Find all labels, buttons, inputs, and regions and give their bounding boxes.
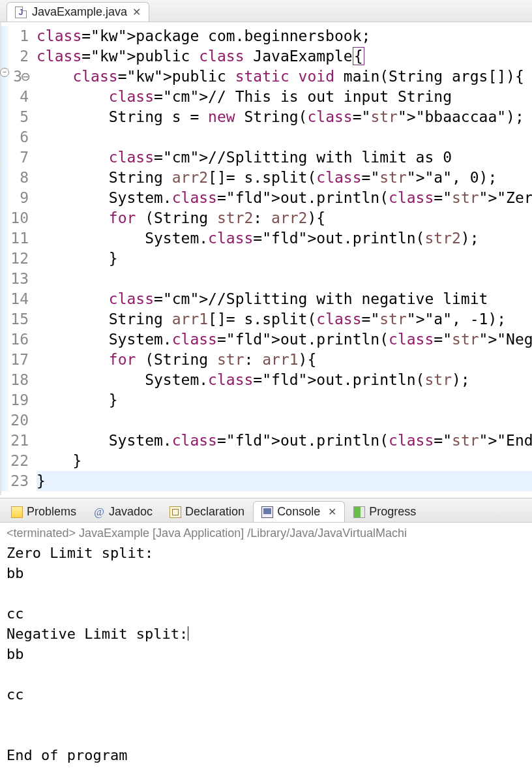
java-file-icon: J <box>15 7 27 18</box>
code-line[interactable]: for (String str2: arr2){ <box>37 208 532 228</box>
console-output[interactable]: Zero Limit split: bb cc Negative Limit s… <box>0 542 532 778</box>
code-line[interactable]: class="kw">package com.beginnersbook; <box>37 26 532 46</box>
code-line[interactable]: String arr2[]= s.split(class="str">"a", … <box>37 168 532 188</box>
close-icon[interactable]: ✕ <box>328 506 336 518</box>
code-line[interactable]: } <box>37 390 532 410</box>
code-line[interactable] <box>37 127 532 147</box>
line-number: 9 <box>1 188 29 208</box>
code-line[interactable]: class="kw">public class JavaExample{ <box>37 46 532 67</box>
bottom-panel-tabs: Problems @ Javadoc Declaration Console ✕… <box>0 498 532 523</box>
tab-console-label: Console <box>277 505 320 519</box>
tab-problems-label: Problems <box>27 505 76 519</box>
line-number: 11 <box>1 228 29 249</box>
code-line[interactable]: System.class="fld">out.println(str); <box>37 370 532 390</box>
tab-declaration[interactable]: Declaration <box>161 501 253 522</box>
code-line[interactable]: String s = new String(class="str">"bbaac… <box>37 107 532 127</box>
editor-tab-bar: J JavaExample.java ✕ <box>0 0 532 22</box>
line-number: 12 <box>1 249 29 269</box>
line-number: 7 <box>1 147 29 168</box>
line-number: 2 <box>1 46 29 67</box>
line-number: 16 <box>1 329 29 350</box>
line-number: 15 <box>1 309 29 329</box>
code-line[interactable] <box>37 410 532 431</box>
tab-progress[interactable]: Progress <box>345 501 424 522</box>
line-number: 6 <box>1 127 29 147</box>
line-number: 23 <box>1 471 29 491</box>
line-number: 3⊖ <box>1 67 29 87</box>
code-line[interactable]: for (String str: arr1){ <box>37 350 532 370</box>
console-icon <box>261 506 273 518</box>
tab-console[interactable]: Console ✕ <box>253 501 345 522</box>
line-number: 20 <box>1 410 29 431</box>
line-number: 10 <box>1 208 29 228</box>
code-line[interactable]: System.class="fld">out.println(class="st… <box>37 329 532 350</box>
code-line[interactable]: class="kw">public static void main(Strin… <box>37 67 532 87</box>
code-line[interactable]: class="cm">//Splitting with limit as 0 <box>37 147 532 168</box>
code-line[interactable]: System.class="fld">out.println(class="st… <box>37 188 532 208</box>
line-number: 18 <box>1 370 29 390</box>
line-number: 4 <box>1 87 29 107</box>
code-line[interactable]: } <box>37 471 532 491</box>
declaration-icon <box>170 506 181 518</box>
line-number: 21 <box>1 431 29 451</box>
code-area[interactable]: class="kw">package com.beginnersbook;cla… <box>34 22 532 495</box>
editor-tab-javaexample[interactable]: J JavaExample.java ✕ <box>7 2 149 22</box>
code-line[interactable]: System.class="fld">out.println(class="st… <box>37 431 532 451</box>
tab-javadoc-label: Javadoc <box>109 505 153 519</box>
line-number: 13 <box>1 269 29 289</box>
line-number: 14 <box>1 289 29 309</box>
javadoc-icon: @ <box>93 506 105 518</box>
tab-declaration-label: Declaration <box>185 505 244 519</box>
code-line[interactable]: } <box>37 249 532 269</box>
code-line[interactable]: class="cm">// This is out input String <box>37 87 532 107</box>
tab-progress-label: Progress <box>369 505 416 519</box>
line-number: 17 <box>1 350 29 370</box>
tab-javadoc[interactable]: @ Javadoc <box>85 501 161 522</box>
progress-icon <box>353 506 365 518</box>
code-line[interactable] <box>37 269 532 289</box>
code-line[interactable]: System.class="fld">out.println(str2); <box>37 228 532 249</box>
code-line[interactable]: String arr1[]= s.split(class="str">"a", … <box>37 309 532 329</box>
console-header: <terminated> JavaExample [Java Applicati… <box>0 523 532 542</box>
text-cursor <box>188 626 188 641</box>
code-line[interactable]: class="cm">//Splitting with negative lim… <box>37 289 532 309</box>
line-number: 22 <box>1 451 29 471</box>
code-line[interactable]: } <box>37 451 532 471</box>
line-number: 5 <box>1 107 29 127</box>
close-icon[interactable]: ✕ <box>132 6 141 18</box>
line-number: 8 <box>1 168 29 188</box>
code-editor[interactable]: − 123⊖4567891011121314151617181920212223… <box>0 22 532 495</box>
tab-problems[interactable]: Problems <box>3 501 85 522</box>
line-number-gutter: 123⊖4567891011121314151617181920212223 <box>1 22 34 495</box>
line-number: 19 <box>1 390 29 410</box>
editor-tab-filename: JavaExample.java <box>32 5 127 19</box>
line-number: 1 <box>1 26 29 46</box>
problems-icon <box>11 506 23 518</box>
